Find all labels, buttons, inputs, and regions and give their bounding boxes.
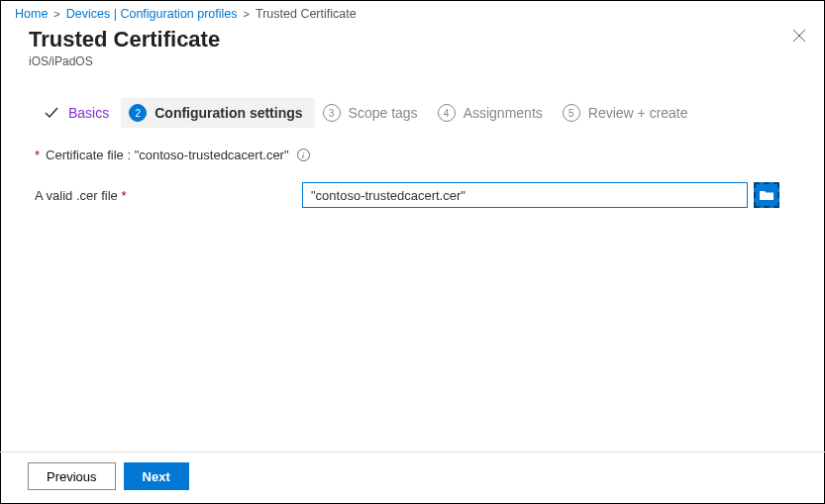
step-review-create[interactable]: 5 Review + create — [555, 98, 700, 128]
info-icon[interactable]: i — [297, 149, 310, 161]
close-button[interactable] — [792, 29, 810, 47]
step-configuration-settings[interactable]: 2 Configuration settings — [121, 98, 314, 128]
step-number-icon: 3 — [323, 104, 341, 122]
page-title: Trusted Certificate — [29, 27, 810, 52]
next-button[interactable]: Next — [124, 462, 189, 490]
wizard-steps: Basics 2 Configuration settings 3 Scope … — [1, 80, 824, 134]
close-icon — [792, 29, 806, 43]
certificate-file-summary: * Certificate file : "contoso-trustedcac… — [35, 148, 796, 162]
breadcrumb-current: Trusted Certificate — [256, 7, 357, 21]
step-label: Scope tags — [349, 105, 418, 121]
browse-file-button[interactable] — [754, 182, 779, 208]
step-basics[interactable]: Basics — [35, 98, 121, 128]
content-area: * Certificate file : "contoso-trustedcac… — [1, 134, 824, 208]
step-number-icon: 4 — [438, 104, 456, 122]
breadcrumb-devices[interactable]: Devices | Configuration profiles — [66, 7, 238, 21]
page-header: Trusted Certificate iOS/iPadOS — [1, 23, 824, 80]
wizard-footer: Previous Next — [0, 452, 825, 504]
step-number-icon: 5 — [563, 104, 580, 122]
step-scope-tags[interactable]: 3 Scope tags — [315, 98, 430, 128]
step-label: Assignments — [464, 105, 543, 121]
step-number-icon: 2 — [129, 104, 147, 122]
cer-file-label: A valid .cer file * — [35, 188, 302, 203]
previous-button[interactable]: Previous — [28, 462, 116, 490]
cert-file-label: Certificate file : "contoso-trustedcacer… — [46, 148, 289, 162]
step-label: Basics — [68, 105, 109, 121]
breadcrumb-home[interactable]: Home — [15, 7, 48, 21]
required-marker: * — [121, 188, 126, 203]
step-label: Review + create — [588, 105, 688, 121]
step-assignments[interactable]: 4 Assignments — [430, 98, 555, 128]
cer-file-input[interactable] — [302, 182, 748, 208]
chevron-right-icon: > — [53, 8, 59, 20]
chevron-right-icon: > — [244, 8, 250, 20]
required-marker: * — [35, 148, 40, 162]
cer-file-field-row: A valid .cer file * — [35, 182, 796, 208]
step-label: Configuration settings — [155, 105, 302, 121]
check-icon — [43, 104, 60, 122]
page-subtitle: iOS/iPadOS — [29, 54, 810, 68]
folder-icon — [759, 189, 774, 201]
breadcrumb: Home > Devices | Configuration profiles … — [1, 1, 824, 23]
